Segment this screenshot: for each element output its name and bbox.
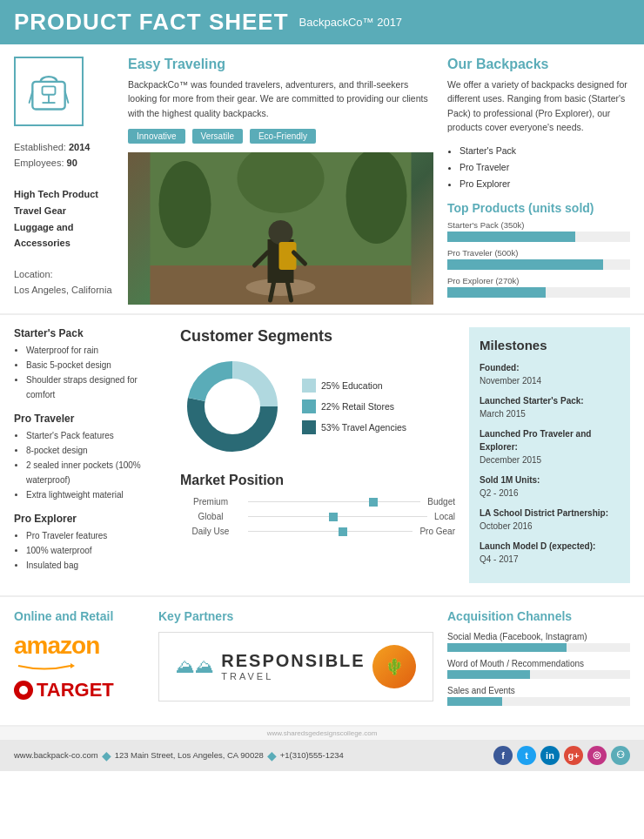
milestones-title: Milestones	[480, 338, 620, 352]
sp-feature-2: Basic 5-pocket design	[26, 358, 166, 373]
legend-education-label: 25% Education	[321, 380, 383, 391]
link-icon[interactable]: ⚇	[611, 746, 630, 765]
bar-label-2: Pro Traveler (500k)	[447, 248, 630, 258]
easy-traveling-title: Easy Traveling	[128, 57, 433, 72]
acq-label-wom: Word of Mouth / Recommendations	[447, 659, 630, 668]
location-value: Los Angeles, California	[14, 285, 112, 295]
footer-website: www.backpack-co.com	[14, 750, 98, 760]
product-starters-pack: Starter's Pack Waterproof for rain Basic…	[14, 327, 166, 402]
pt-feature-1: Starter's Pack features	[26, 428, 166, 443]
pe-feature-1: Pro Traveler features	[26, 528, 166, 543]
product-pro-explorer: Pro Explorer Pro Traveler features 100% …	[14, 513, 166, 573]
svg-point-22	[206, 380, 258, 433]
segments-market: Customer Segments 25% Education	[180, 327, 455, 583]
bar-row-1: Starter's Pack (350k)	[447, 220, 630, 242]
footer-dot-1: ◆	[102, 748, 111, 762]
tag-innovative: Innovative	[128, 129, 185, 144]
acq-fill-social	[447, 643, 567, 652]
online-retail-section: Online and Retail amazon TARGET	[14, 609, 144, 701]
customer-segments-title: Customer Segments	[180, 327, 455, 346]
products-list: Starter's Pack Waterproof for rain Basic…	[14, 327, 166, 583]
sp-feature-1: Waterproof for rain	[26, 343, 166, 358]
acq-fill-wom	[447, 670, 530, 679]
milestone-modeld: Launch Model D (expected): Q4 - 2017	[480, 540, 620, 566]
footer-address: 123 Main Street, Los Angeles, CA 90028	[115, 750, 264, 760]
facebook-icon[interactable]: f	[493, 746, 513, 765]
top-section: Established: 2014 Employees: 90 High Tec…	[0, 44, 644, 315]
bp-item-2: Pro Traveler	[460, 159, 630, 176]
acquisition-section: Acquisition Channels Social Media (Faceb…	[447, 609, 630, 713]
svg-point-7	[159, 161, 211, 248]
legend-retail-color	[302, 399, 316, 413]
header: PRODUCT FACT SHEET BackpackCo™ 2017	[0, 0, 644, 44]
svg-marker-23	[70, 663, 75, 668]
sp-feature-3: Shoulder straps designed for comfort	[26, 373, 166, 402]
milestone-pro: Launched Pro Traveler and Explorer: Dece…	[480, 427, 620, 466]
bar-track-2	[447, 259, 630, 270]
location-label: Location:	[14, 269, 53, 279]
milestone-1m: Sold 1M Units: Q2 - 2016	[480, 473, 620, 500]
amazon-logo: amazon	[14, 632, 144, 660]
twitter-icon[interactable]: t	[517, 746, 536, 765]
milestone-founded: Founded: November 2014	[480, 361, 620, 387]
donut-wrapper: 25% Education 22% Retail Stores 53% Trav…	[180, 354, 455, 459]
legend-retail: 22% Retail Stores	[302, 399, 406, 413]
market-label-progear: Pro Gear	[419, 527, 455, 536]
key-partners-title: Key Partners	[158, 609, 433, 623]
bar-track-3	[447, 287, 630, 298]
product-starters-pack-features: Waterproof for rain Basic 5-pocket desig…	[14, 343, 166, 402]
market-row-global: Global Local	[180, 512, 455, 521]
legend-travel-label: 53% Travel Agencies	[321, 422, 406, 433]
donut-chart	[180, 354, 285, 459]
milestone-founded-label: Founded:	[480, 361, 620, 374]
market-dot-3	[339, 527, 347, 536]
established-year: 2014	[69, 142, 90, 152]
product-starters-pack-title: Starter's Pack	[14, 327, 166, 339]
googleplus-icon[interactable]: g+	[564, 746, 583, 765]
categories-block: High Tech Product Travel Gear Luggage an…	[14, 186, 114, 252]
bar-fill-1	[447, 232, 575, 242]
market-label-global: Global	[180, 512, 241, 521]
segment-legend: 25% Education 22% Retail Stores 53% Trav…	[302, 379, 406, 434]
established-block: Established: 2014 Employees: 90	[14, 140, 114, 171]
acq-fill-sales	[447, 697, 502, 706]
product-pro-explorer-title: Pro Explorer	[14, 513, 166, 525]
travel-illustration	[128, 152, 433, 305]
product-pro-traveler: Pro Traveler Starter's Pack features 8-p…	[14, 413, 166, 502]
our-backpacks-title: Our Backpacks	[447, 57, 630, 72]
legend-travel: 53% Travel Agencies	[302, 420, 406, 434]
bar-fill-3	[447, 287, 546, 298]
page-title: PRODUCT FACT SHEET	[14, 9, 289, 36]
bar-label-3: Pro Explorer (270k)	[447, 276, 630, 285]
pe-feature-3: Insulated bag	[26, 558, 166, 573]
legend-education: 25% Education	[302, 379, 406, 393]
category-3: Luggage and Accessories	[14, 219, 114, 252]
backpack-icon	[24, 67, 73, 116]
acq-row-social: Social Media (Facebook, Instagram)	[447, 632, 630, 652]
market-label-premium: Premium	[180, 497, 241, 507]
milestone-founded-value: November 2014	[480, 374, 620, 387]
target-circle-icon	[14, 681, 33, 700]
bar-fill-2	[447, 259, 603, 270]
milestone-la: LA School District Partnership: October …	[480, 507, 620, 533]
easy-traveling-desc: BackpackCo™ was founded travelers, adven…	[128, 77, 433, 120]
partner-mountain-icon: ⛰⛰	[176, 655, 214, 678]
partner-sub: TRAVEL	[221, 671, 365, 681]
milestone-starters-label: Launched Starter's Pack:	[480, 394, 620, 407]
svg-point-8	[346, 152, 407, 244]
backpack-icon-box	[14, 57, 84, 126]
backpack-list: Starter's Pack Pro Traveler Pro Explorer	[447, 143, 630, 192]
linkedin-icon[interactable]: in	[540, 746, 560, 765]
market-dot-1	[369, 498, 378, 507]
instagram-icon[interactable]: ◎	[587, 746, 607, 765]
market-row-premium: Premium Budget	[180, 497, 455, 507]
acquisition-title: Acquisition Channels	[447, 609, 630, 623]
product-pro-explorer-features: Pro Traveler features 100% waterproof In…	[14, 528, 166, 573]
pt-feature-2: 8-pocket design	[26, 443, 166, 458]
market-position-title: Market Position	[180, 473, 455, 488]
watermark-text: www.sharedsgedesignscollege.com	[267, 729, 378, 737]
milestone-starters: Launched Starter's Pack: March 2015	[480, 394, 620, 420]
acq-label-sales: Sales and Events	[447, 686, 630, 695]
footer-links: www.backpack-co.com ◆ 123 Main Street, L…	[14, 748, 488, 762]
employees-label: Employees:	[14, 158, 64, 168]
